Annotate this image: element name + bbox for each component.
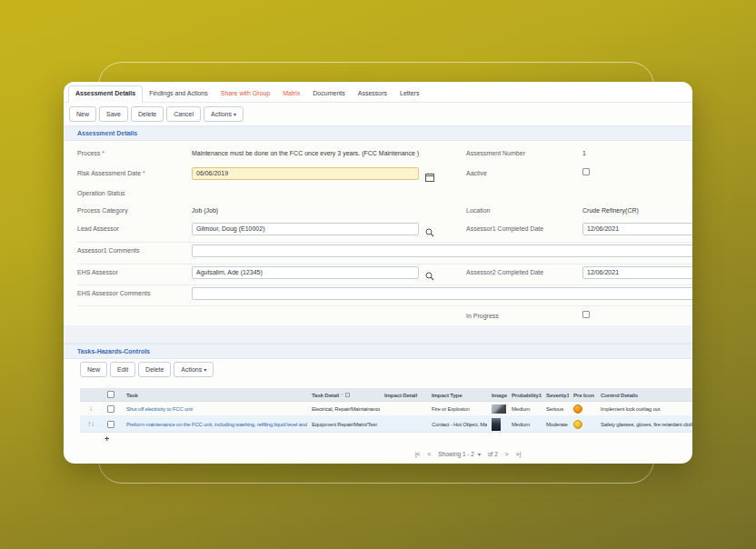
- severity-cell: Moderate: [542, 416, 569, 432]
- probability-cell: Medium: [507, 416, 542, 432]
- tab-documents[interactable]: Documents: [306, 86, 351, 102]
- ehs-comments-input[interactable]: [192, 287, 692, 300]
- column-task[interactable]: Task: [122, 388, 307, 401]
- column-control-details[interactable]: Control Details: [596, 388, 692, 401]
- section-gap: [64, 325, 692, 344]
- assessor1-completed-label: Assessor1 Completed Date: [466, 225, 543, 232]
- lead-assessor-input[interactable]: Gilmour, Doug (E10002): [192, 223, 419, 235]
- risk-assessment-date-input[interactable]: 06/06/2019: [192, 167, 419, 180]
- calendar-icon[interactable]: [425, 169, 434, 178]
- location-label: Location: [466, 207, 490, 214]
- task-link[interactable]: Preform maintenance on the FCC unit, inc…: [126, 422, 307, 427]
- tasks-new-button[interactable]: New: [80, 362, 107, 377]
- filter-icon[interactable]: [345, 393, 350, 397]
- select-all-checkbox[interactable]: [107, 391, 114, 398]
- assessor2-completed-input[interactable]: 12/06/2021: [582, 266, 692, 279]
- table-row[interactable]: ↓ Shut off electricity to FCC unit Elect…: [80, 402, 692, 416]
- column-pre-icon[interactable]: Pre Icon: [569, 388, 596, 401]
- pager-showing-text: Showing 1 - 2: [438, 451, 474, 457]
- task-image-thumbnail[interactable]: [492, 404, 506, 414]
- tab-bar: Assessment Details Findings and Actions …: [64, 82, 692, 103]
- pager-next-button[interactable]: >: [505, 451, 509, 457]
- tasks-toolbar: New Edit Delete Actions ▾: [80, 362, 214, 377]
- tab-assessment-details[interactable]: Assessment Details: [68, 85, 143, 103]
- tab-matrix[interactable]: Matrix: [276, 86, 306, 102]
- ehs-comments-label: EHS Assessor Comments: [77, 290, 151, 296]
- pager-prev-button[interactable]: <: [427, 451, 431, 457]
- assessor1-completed-input[interactable]: 12/06/2021: [582, 223, 692, 235]
- tasks-delete-button[interactable]: Delete: [138, 362, 171, 377]
- required-asterisk: *: [102, 150, 104, 156]
- assessment-section-header: Assessment Details: [64, 125, 692, 141]
- task-image-thumbnail[interactable]: [492, 418, 501, 431]
- tab-letters[interactable]: Letters: [393, 86, 425, 102]
- pager-of-text: of 2: [488, 451, 498, 457]
- impact-type-cell: Contact - Hot Object, Material: [427, 416, 487, 432]
- task-detail-cell: Equipment Repair/Maint/Test: [307, 416, 380, 432]
- row-divider: [77, 305, 692, 306]
- tasks-section-header: Tasks-Hazards-Controls: [64, 344, 692, 359]
- severity-cell: Serious: [542, 402, 569, 415]
- tasks-edit-button[interactable]: Edit: [110, 362, 135, 377]
- pager-first-button[interactable]: |<: [415, 451, 420, 457]
- tasks-section-title: Tasks-Hazards-Controls: [77, 348, 150, 354]
- sort-asc-icon[interactable]: ↑: [341, 392, 343, 397]
- ehs-assessor-label: EHS Assessor: [77, 269, 118, 275]
- row-divider: [77, 264, 692, 265]
- aactive-checkbox[interactable]: [582, 168, 590, 175]
- main-toolbar: New Save Delete Cancel Actions ▾: [69, 106, 244, 122]
- task-link[interactable]: Shut off electricity to FCC unit: [126, 406, 193, 412]
- tab-findings-and-actions[interactable]: Findings and Actions: [143, 86, 214, 102]
- tab-share-with-group[interactable]: Share with Group: [214, 86, 276, 102]
- actions-button[interactable]: Actions ▾: [204, 106, 244, 122]
- required-asterisk: *: [143, 170, 145, 176]
- add-row-button[interactable]: +: [104, 435, 109, 444]
- move-down-icon[interactable]: ↓: [89, 405, 93, 413]
- aactive-label: Aactive: [466, 170, 487, 176]
- caret-down-icon: ▾: [234, 112, 236, 117]
- delete-button[interactable]: Delete: [131, 106, 164, 122]
- caret-down-icon: ▾: [204, 367, 206, 373]
- column-probability1[interactable]: Probability1: [507, 388, 542, 401]
- in-progress-checkbox[interactable]: [582, 311, 590, 318]
- table-row[interactable]: ↑↓ Preform maintenance on the FCC unit, …: [80, 416, 692, 433]
- search-icon[interactable]: [425, 225, 434, 234]
- assessment-number-label: Assessment Number: [466, 150, 525, 156]
- impact-type-cell: Fire or Explosion: [427, 402, 487, 415]
- assessment-form: Process* Maintenance must be done on the…: [64, 141, 692, 325]
- column-image[interactable]: Image: [487, 388, 507, 401]
- assessment-number-value: 1: [582, 150, 586, 156]
- assessor2-completed-label: Assessor2 Completed Date: [466, 269, 543, 275]
- column-severity1[interactable]: Severity1: [542, 388, 569, 401]
- add-row-area: +: [80, 433, 692, 445]
- move-down-icon[interactable]: ↓: [91, 421, 94, 428]
- column-impact-type[interactable]: Impact Type: [427, 388, 487, 401]
- row-checkbox[interactable]: [107, 405, 114, 413]
- risk-pre-icon: [573, 404, 582, 414]
- pager-page-caret-icon[interactable]: ▾: [478, 451, 481, 457]
- search-icon[interactable]: [425, 268, 434, 277]
- tab-assessors[interactable]: Assessors: [352, 86, 393, 102]
- operation-status-label: Operation Status: [77, 190, 125, 196]
- process-label: Process*: [77, 150, 104, 156]
- process-category-value: Job (Job): [192, 207, 218, 214]
- tasks-actions-button[interactable]: Actions ▾: [174, 362, 214, 377]
- tasks-table-header: Task Task Detail↑ Impact Detail Impact T…: [80, 388, 692, 402]
- actions-label: Actions: [211, 111, 232, 117]
- task-detail-cell: Electrical, Repair/Maintainance: [307, 402, 380, 415]
- assessor1-comments-input[interactable]: [192, 245, 692, 257]
- save-button[interactable]: Save: [99, 106, 128, 122]
- column-impact-detail[interactable]: Impact Detail: [380, 388, 427, 401]
- cancel-button[interactable]: Cancel: [166, 106, 201, 122]
- app-window: Assessment Details Findings and Actions …: [64, 82, 692, 464]
- ehs-assessor-input[interactable]: Agutsalim, Ade (12345): [192, 266, 419, 279]
- column-task-detail[interactable]: Task Detail↑: [307, 388, 380, 401]
- row-checkbox[interactable]: [107, 421, 114, 428]
- risk-date-label-text: Risk Assessment Date: [77, 170, 141, 176]
- pager-last-button[interactable]: >|: [516, 451, 521, 457]
- tasks-table: Task Task Detail↑ Impact Detail Impact T…: [80, 388, 692, 445]
- process-category-label: Process Category: [77, 207, 128, 214]
- new-button[interactable]: New: [69, 106, 96, 122]
- risk-date-label: Risk Assessment Date*: [77, 170, 145, 176]
- process-value: Maintenance must be done on the FCC once…: [192, 150, 419, 156]
